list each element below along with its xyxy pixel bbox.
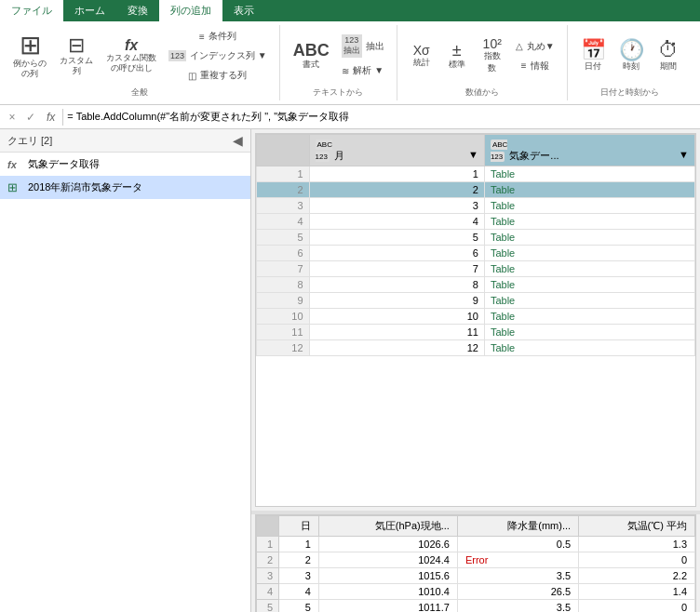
preview-header-row: 日 気圧(hPa)現地... 降水量(mm)... 気温(℃) 平均 — [257, 516, 695, 537]
preview-cell-rownum: 5 — [257, 600, 279, 613]
query-table-icon: ⊞ — [7, 180, 22, 194]
table-row[interactable]: 88Table — [257, 277, 695, 293]
preview-cell-rain: 3.5 — [457, 568, 578, 584]
table-row[interactable]: 1111Table — [257, 325, 695, 340]
date-icon: 📅 — [581, 40, 606, 60]
btn-column-from-example-label: 例からのの列 — [13, 59, 47, 79]
table-cell-month: 6 — [309, 246, 484, 261]
table-cell-month: 12 — [309, 340, 484, 356]
tab-add-column[interactable]: 列の追加 — [159, 0, 222, 21]
query-panel-toggle[interactable]: ◀ — [233, 133, 243, 148]
btn-rounding[interactable]: △ 丸め▼ — [511, 37, 559, 56]
btn-column-from-example[interactable]: ⊞ 例からのの列 — [7, 29, 52, 83]
table-cell-value[interactable]: Table — [484, 293, 694, 309]
table-cell-rownum: 4 — [257, 214, 310, 230]
table-cell-value[interactable]: Table — [484, 182, 694, 198]
btn-statistics[interactable]: Xσ 統計 — [405, 40, 438, 73]
btn-extract[interactable]: 123抽出 抽出 — [337, 32, 389, 60]
preview-col-pressure[interactable]: 気圧(hPa)現地... — [318, 516, 457, 537]
table-row-num-header — [257, 135, 310, 166]
query-item-function[interactable]: fx 気象データ取得 — [0, 153, 250, 176]
btn-invoke-custom-fn[interactable]: fx カスタム関数の呼び出し — [101, 34, 162, 77]
btn-duplicate-col[interactable]: ◫ 重複する列 — [164, 66, 272, 85]
preview-col-temp[interactable]: 気温(℃) 平均 — [579, 516, 695, 537]
table-cell-value[interactable]: Table — [484, 261, 694, 277]
btn-exponential[interactable]: 10² 指数数 — [476, 33, 509, 78]
col-filter-icon-month[interactable]: ▼ — [468, 149, 478, 160]
formula-input[interactable] — [67, 112, 696, 123]
preview-cell-rain: 0.5 — [457, 537, 578, 552]
col-header-kisho-label: 気象デー... — [509, 150, 559, 161]
table-col-header-month[interactable]: ABC123 月 ▼ — [309, 135, 484, 166]
table-cell-month: 10 — [309, 309, 484, 325]
btn-duplicate-col-label: 重複する列 — [200, 69, 247, 82]
table-cell-month: 3 — [309, 198, 484, 214]
table-row[interactable]: 55Table — [257, 230, 695, 246]
table-row[interactable]: 99Table — [257, 293, 695, 309]
btn-time[interactable]: 🕐 時刻 — [613, 36, 650, 76]
btn-info[interactable]: ≡ 情報 — [511, 57, 559, 75]
table-cell-rownum: 10 — [257, 309, 310, 325]
formula-cancel-btn[interactable]: × — [4, 109, 20, 126]
ribbon-group-text-content: ABC 書式 123抽出 抽出 ≋ 解析 ▼ — [288, 27, 389, 85]
table-cell-value[interactable]: Table — [484, 198, 694, 214]
btn-conditional-col[interactable]: ≡ 条件列 — [164, 27, 272, 46]
col-type-icon-month: ABC123 — [316, 140, 332, 162]
table-cell-rownum: 6 — [257, 246, 310, 261]
table-row[interactable]: 11Table — [257, 166, 695, 182]
btn-date[interactable]: 📅 日付 — [575, 36, 612, 76]
query-item-table[interactable]: ⊞ 2018年新潟市気象データ — [0, 176, 250, 199]
table-row[interactable]: 22Table — [257, 182, 695, 198]
btn-index-col[interactable]: 123 インデックス列 ▼ — [164, 47, 272, 65]
table-row[interactable]: 66Table — [257, 246, 695, 261]
table-cell-value[interactable]: Table — [484, 325, 694, 340]
preview-col-day[interactable]: 日 — [279, 516, 319, 537]
tab-view[interactable]: 表示 — [222, 0, 265, 21]
btn-custom-col[interactable]: ⊟ カスタム列 — [54, 32, 99, 80]
btn-conditional-col-label: 条件列 — [209, 30, 236, 43]
formula-separator — [62, 109, 63, 126]
col-filter-icon-kisho[interactable]: ▼ — [679, 149, 689, 160]
btn-format[interactable]: ABC 書式 — [288, 38, 335, 74]
btn-date-label: 日付 — [585, 60, 601, 73]
preview-cell-pressure: 1024.4 — [318, 552, 457, 568]
table-row[interactable]: 1212Table — [257, 340, 695, 356]
ribbon-group-general: ⊞ 例からのの列 ⊟ カスタム列 fx カスタム関数の呼び出し ≡ 条件列 — [0, 25, 280, 100]
query-item-function-label: 気象データ取得 — [28, 157, 100, 171]
table-cell-value[interactable]: Table — [484, 230, 694, 246]
table-cell-value[interactable]: Table — [484, 277, 694, 293]
query-function-icon: fx — [7, 159, 22, 170]
index-col-icon: 123 — [168, 50, 186, 61]
table-row[interactable]: 77Table — [257, 261, 695, 277]
ribbon-col-text: 123抽出 抽出 ≋ 解析 ▼ — [337, 32, 389, 80]
table-col-header-kisho[interactable]: ABC123 気象デー... ▼ — [484, 135, 694, 166]
table-cell-value[interactable]: Table — [484, 309, 694, 325]
btn-duration[interactable]: ⏱ 期間 — [652, 36, 685, 76]
preview-row: 111026.60.51.3 — [257, 537, 695, 552]
btn-format-label: 書式 — [303, 59, 319, 71]
table-cell-month: 7 — [309, 261, 484, 277]
preview-row: 221024.4Error0 — [257, 552, 695, 568]
table-cell-month: 5 — [309, 230, 484, 246]
preview-cell-day: 4 — [279, 584, 319, 600]
btn-standard[interactable]: ± 標準 — [440, 38, 474, 74]
formula-confirm-btn[interactable]: ✓ — [22, 109, 39, 126]
table-cell-month: 2 — [309, 182, 484, 198]
table-cell-value[interactable]: Table — [484, 214, 694, 230]
table-row[interactable]: 1010Table — [257, 309, 695, 325]
main-layout: クエリ [2] ◀ fx 気象データ取得 ⊞ 2018年新潟市気象データ ABC… — [0, 129, 700, 612]
tab-transform[interactable]: 変換 — [116, 0, 159, 21]
table-cell-value[interactable]: Table — [484, 246, 694, 261]
table-row[interactable]: 33Table — [257, 198, 695, 214]
btn-parse[interactable]: ≋ 解析 ▼ — [337, 61, 389, 80]
btn-custom-col-label: カスタム列 — [60, 56, 93, 76]
ribbon-group-numeric-content: Xσ 統計 ± 標準 10² 指数数 △ 丸め▼ ≡ — [405, 27, 559, 85]
table-row[interactable]: 44Table — [257, 214, 695, 230]
preview-data-table: 日 気圧(hPa)現地... 降水量(mm)... 気温(℃) 平均 11102… — [256, 515, 695, 612]
ribbon-col-numeric: △ 丸め▼ ≡ 情報 — [511, 37, 559, 75]
tab-file[interactable]: ファイル — [0, 0, 63, 21]
preview-col-rain[interactable]: 降水量(mm)... — [457, 516, 578, 537]
table-cell-value[interactable]: Table — [484, 340, 694, 356]
table-cell-value[interactable]: Table — [484, 166, 694, 182]
tab-home[interactable]: ホーム — [63, 0, 116, 21]
